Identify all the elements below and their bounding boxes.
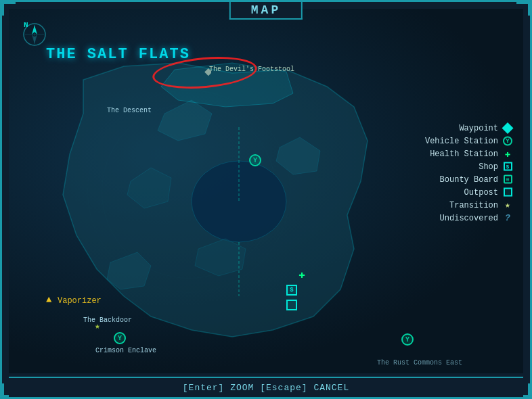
vehicle-station-icon: Y xyxy=(503,136,512,145)
legend-label-transition: Transition xyxy=(449,200,498,210)
bounty-board-icon: ⊞ xyxy=(504,175,512,184)
legend-icon-bounty: ⊞ xyxy=(502,174,513,185)
legend-label-waypoint: Waypoint xyxy=(459,123,498,133)
marker-vehicle-enclave: Y xyxy=(114,332,126,344)
shop-icon: $ xyxy=(504,162,512,171)
legend-icon-shop: $ xyxy=(502,161,513,172)
health-station-icon: ✚ xyxy=(505,149,510,158)
legend-icon-outpost xyxy=(502,187,513,197)
vaporizer-icon: ▲ xyxy=(46,294,51,305)
star-icon: ★ xyxy=(95,321,100,331)
legend-item-undiscovered: Undiscovered ? xyxy=(425,212,513,223)
legend-item-outpost: Outpost xyxy=(425,187,513,197)
legend-icon-undiscovered: ? xyxy=(502,212,513,223)
compass-north-label: N xyxy=(24,21,28,29)
region-title: THE SALT FLATS xyxy=(46,46,190,63)
map-frame: MAP xyxy=(0,0,532,399)
outpost-icon xyxy=(504,188,512,197)
compass: N xyxy=(22,22,47,47)
marker-outpost xyxy=(286,300,297,310)
marker-devils-footstool xyxy=(202,68,211,81)
legend-label-bounty: Bounty Board xyxy=(440,174,498,184)
legend-icon-waypoint xyxy=(502,122,513,133)
controls-hint: [Enter] ZOOM [Escape] CANCEL xyxy=(183,383,349,393)
legend-label-vehicle: Vehicle Station xyxy=(425,136,498,145)
legend-label-shop: Shop xyxy=(479,162,498,171)
legend-item-bounty: Bounty Board ⊞ xyxy=(425,174,513,185)
title-bar: MAP xyxy=(229,2,303,20)
legend-item-transition: Transition ★ xyxy=(425,200,513,210)
marker-vehicle-legend-map: Y xyxy=(401,333,414,346)
map-container: THE SALT FLATS N The Devil's Footstool T… xyxy=(9,9,523,373)
legend-label-health: Health Station xyxy=(430,149,498,158)
map-legend: Waypoint Vehicle Station Y Health Statio… xyxy=(425,122,513,223)
marker-health: ✚ xyxy=(296,269,307,280)
legend-item-waypoint: Waypoint xyxy=(425,122,513,133)
legend-label-outpost: Outpost xyxy=(464,187,498,197)
legend-icon-vehicle: Y xyxy=(502,135,513,146)
waypoint-diamond-icon xyxy=(502,122,514,134)
bottom-controls-bar: [Enter] ZOOM [Escape] CANCEL xyxy=(9,377,523,397)
legend-item-vehicle: Vehicle Station Y xyxy=(425,135,513,146)
legend-label-undiscovered: Undiscovered xyxy=(440,213,498,222)
marker-shop: $ xyxy=(286,285,297,296)
undiscovered-icon: ? xyxy=(505,213,510,223)
legend-icon-health: ✚ xyxy=(502,148,513,159)
marker-crimson-star: ★ xyxy=(95,320,100,332)
map-title: MAP xyxy=(251,3,281,17)
terrain-map xyxy=(43,46,395,344)
transition-star-icon: ★ xyxy=(505,201,510,210)
svg-rect-8 xyxy=(204,68,211,76)
legend-item-shop: Shop $ xyxy=(425,161,513,172)
marker-vehicle-center: Y xyxy=(249,154,261,166)
legend-item-health: Health Station ✚ xyxy=(425,148,513,159)
legend-icon-transition: ★ xyxy=(502,200,513,210)
